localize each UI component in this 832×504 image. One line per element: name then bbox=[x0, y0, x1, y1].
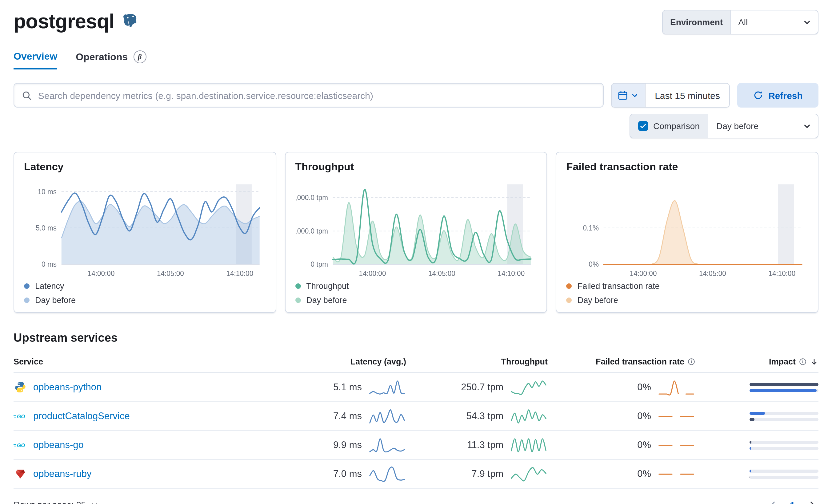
sort-descending-icon bbox=[810, 357, 818, 366]
service-link[interactable]: productCatalogService bbox=[33, 411, 130, 422]
legend-item[interactable]: Throughput bbox=[295, 281, 537, 291]
search-box[interactable] bbox=[14, 83, 604, 108]
svg-text:14:10:00: 14:10:00 bbox=[769, 270, 796, 278]
throughput-value: 11.3 tpm bbox=[467, 440, 503, 450]
previous-page-button[interactable] bbox=[766, 499, 779, 504]
failed-rate-card: Failed transaction rate 0.1%0%14:00:0014… bbox=[556, 152, 818, 313]
info-icon[interactable] bbox=[799, 358, 807, 366]
header: postgresql Environment All bbox=[0, 0, 832, 34]
column-header-failed-rate-label: Failed transaction rate bbox=[596, 357, 684, 366]
chevron-down-icon bbox=[631, 91, 639, 99]
failed-rate-value: 0% bbox=[637, 411, 651, 422]
column-header-throughput-label: Throughput bbox=[501, 357, 548, 366]
service-cell: opbeans-python bbox=[14, 381, 292, 393]
legend-label: Throughput bbox=[306, 281, 348, 291]
column-header-latency[interactable]: Latency (avg.) bbox=[305, 357, 406, 366]
failed-rate-cell: 0% bbox=[560, 466, 695, 482]
legend-item[interactable]: Day before bbox=[295, 296, 537, 305]
failed-rate-sparkline bbox=[657, 437, 695, 453]
svg-text:14:00:00: 14:00:00 bbox=[359, 270, 386, 278]
search-input[interactable] bbox=[38, 90, 596, 101]
svg-text:5.0 ms: 5.0 ms bbox=[36, 224, 57, 232]
legend-label: Day before bbox=[35, 296, 76, 305]
throughput-sparkline bbox=[510, 408, 548, 424]
table-row: opbeans-python 5.1 ms 250.7 tpm 0% bbox=[14, 373, 818, 402]
tab-overview[interactable]: Overview bbox=[14, 50, 57, 69]
legend-item[interactable]: Failed transaction rate bbox=[567, 281, 808, 291]
svg-text:14:10:00: 14:10:00 bbox=[226, 270, 253, 278]
service-link[interactable]: opbeans-ruby bbox=[33, 468, 92, 479]
legend-dot bbox=[24, 298, 29, 303]
service-link[interactable]: opbeans-go bbox=[33, 440, 84, 450]
go-icon: GO bbox=[14, 440, 27, 450]
comparison-select[interactable]: Day before bbox=[708, 114, 818, 138]
svg-text:14:00:00: 14:00:00 bbox=[88, 270, 115, 278]
throughput-cell: 54.3 tpm bbox=[418, 408, 548, 424]
time-range-button[interactable]: Last 15 minutes bbox=[646, 84, 729, 107]
quick-select-button[interactable] bbox=[612, 84, 646, 107]
latency-sparkline bbox=[368, 466, 406, 482]
svg-text:0.1%: 0.1% bbox=[583, 224, 599, 232]
svg-text:GO: GO bbox=[17, 442, 25, 448]
svg-text:2,000.0 tpm: 2,000.0 tpm bbox=[295, 194, 328, 202]
failed-rate-cell: 0% bbox=[560, 437, 695, 453]
refresh-button[interactable]: Refresh bbox=[737, 83, 818, 108]
table-row: GO opbeans-go 9.9 ms 11.3 tpm bbox=[14, 431, 818, 460]
time-range-label: Last 15 minutes bbox=[655, 90, 720, 101]
info-icon[interactable] bbox=[687, 358, 695, 366]
upstream-services-heading: Upstream services bbox=[0, 331, 832, 345]
date-picker: Last 15 minutes bbox=[611, 83, 730, 108]
toolbar: Last 15 minutes Refresh bbox=[0, 83, 832, 108]
rows-per-page-button[interactable]: Rows per page: 25 bbox=[14, 500, 98, 504]
service-cell: GO opbeans-go bbox=[14, 440, 292, 450]
latency-card: Latency 10 ms5.0 ms0 ms14:00:0014:05:001… bbox=[14, 152, 276, 313]
throughput-card: Throughput 2,000.0 tpm1,000.0 tpm0 tpm14… bbox=[285, 152, 547, 313]
latency-sparkline bbox=[368, 437, 406, 453]
failed-rate-sparkline bbox=[657, 379, 695, 395]
table-body: opbeans-python 5.1 ms 250.7 tpm 0% bbox=[14, 373, 818, 488]
legend-item[interactable]: Day before bbox=[24, 296, 265, 305]
environment-value[interactable]: All bbox=[731, 10, 818, 34]
chart-title: Failed transaction rate bbox=[567, 161, 808, 173]
svg-text:14:05:00: 14:05:00 bbox=[699, 270, 726, 278]
comparison-checkbox-label[interactable]: Comparison bbox=[630, 114, 708, 138]
legend-item[interactable]: Latency bbox=[24, 281, 265, 291]
svg-text:0 ms: 0 ms bbox=[42, 260, 57, 268]
legend: Throughput Day before bbox=[295, 281, 537, 305]
chevron-down-icon bbox=[90, 501, 98, 504]
service-link[interactable]: opbeans-python bbox=[33, 382, 102, 393]
comparison-row: Comparison Day before bbox=[0, 114, 832, 138]
failed-rate-cell: 0% bbox=[560, 379, 695, 395]
legend-item[interactable]: Day before bbox=[567, 296, 808, 305]
column-header-throughput[interactable]: Throughput bbox=[418, 357, 548, 366]
page-number-button[interactable]: 1 bbox=[790, 499, 795, 504]
search-icon bbox=[22, 90, 32, 101]
failed-rate-sparkline bbox=[657, 466, 695, 482]
chevron-down-icon bbox=[803, 121, 812, 131]
latency-value: 7.0 ms bbox=[333, 468, 362, 479]
throughput-sparkline bbox=[510, 466, 548, 482]
throughput-value: 7.9 tpm bbox=[472, 468, 503, 479]
svg-text:0 tpm: 0 tpm bbox=[310, 260, 328, 268]
legend: Latency Day before bbox=[24, 281, 265, 305]
svg-text:14:10:00: 14:10:00 bbox=[497, 270, 525, 278]
next-page-button[interactable] bbox=[806, 499, 818, 504]
throughput-sparkline bbox=[510, 379, 548, 395]
column-header-latency-label: Latency (avg.) bbox=[350, 357, 406, 366]
tab-bar: Overview Operations β bbox=[0, 50, 832, 69]
throughput-value: 250.7 tpm bbox=[461, 382, 503, 393]
tab-operations[interactable]: Operations β bbox=[76, 50, 146, 69]
calendar-icon bbox=[618, 90, 628, 100]
latency-sparkline bbox=[368, 408, 406, 424]
latency-value: 9.9 ms bbox=[333, 440, 362, 450]
environment-select[interactable]: Environment All bbox=[662, 10, 818, 34]
rows-per-page-label: Rows per page: 25 bbox=[14, 500, 86, 504]
chart-title: Latency bbox=[24, 161, 265, 173]
environment-label: Environment bbox=[663, 10, 731, 34]
legend-label: Day before bbox=[306, 296, 347, 305]
column-header-impact[interactable]: Impact bbox=[708, 357, 818, 366]
failed-rate-value: 0% bbox=[637, 440, 651, 450]
comparison-checkbox[interactable] bbox=[638, 121, 648, 131]
column-header-failed-rate[interactable]: Failed transaction rate bbox=[560, 357, 695, 366]
latency-cell: 5.1 ms bbox=[305, 379, 406, 395]
